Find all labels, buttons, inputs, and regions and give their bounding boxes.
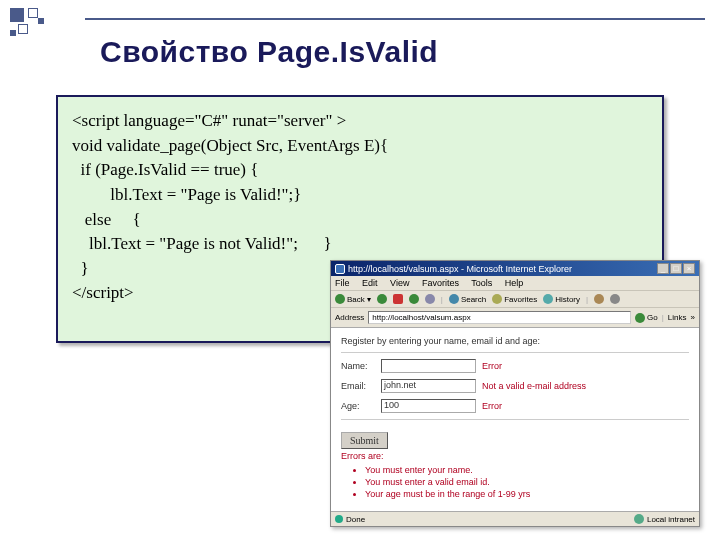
menu-help[interactable]: Help: [505, 278, 524, 288]
name-row: Name: Error: [341, 359, 689, 373]
back-button[interactable]: Back ▾: [335, 294, 371, 304]
print-icon: [610, 294, 620, 304]
age-label: Age:: [341, 401, 375, 411]
code-line: <script language="C#" runat="server" >: [72, 109, 648, 134]
stop-button[interactable]: [393, 294, 403, 304]
home-icon: [425, 294, 435, 304]
email-row: Email: john.net Not a valid e-mail addre…: [341, 379, 689, 393]
browser-menubar: File Edit View Favorites Tools Help: [331, 276, 699, 291]
slide-top-border: [85, 18, 705, 20]
age-row: Age: 100 Error: [341, 399, 689, 413]
submit-button[interactable]: Submit: [341, 432, 388, 449]
menu-view[interactable]: View: [390, 278, 409, 288]
refresh-icon: [409, 294, 419, 304]
name-label: Name:: [341, 361, 375, 371]
ie-icon: [335, 264, 345, 274]
print-button[interactable]: [610, 294, 620, 304]
code-line: lbl.Text = "Page is Valid!";}: [72, 183, 648, 208]
favorites-icon: [492, 294, 502, 304]
error-list: You must enter your name. You must enter…: [365, 465, 689, 499]
name-error: Error: [482, 361, 502, 371]
code-line: if (Page.IsValid == true) {: [72, 158, 648, 183]
name-input[interactable]: [381, 359, 476, 373]
links-button[interactable]: Links: [668, 313, 687, 322]
error-item: You must enter a valid email id.: [365, 477, 689, 487]
close-button[interactable]: ×: [683, 263, 695, 274]
browser-titlebar: http://localhost/valsum.aspx - Microsoft…: [331, 261, 699, 276]
errors-header: Errors are:: [341, 451, 689, 461]
browser-addressbar: Address http://localhost/valsum.aspx Go …: [331, 308, 699, 328]
browser-window: http://localhost/valsum.aspx - Microsoft…: [330, 260, 700, 527]
address-label: Address: [335, 313, 364, 322]
address-input[interactable]: http://localhost/valsum.aspx: [368, 311, 631, 324]
error-item: Your age must be in the range of 1-99 yr…: [365, 489, 689, 499]
email-input[interactable]: john.net: [381, 379, 476, 393]
error-item: You must enter your name.: [365, 465, 689, 475]
status-text: Done: [346, 515, 365, 524]
browser-toolbar: Back ▾ | Search Favorites History |: [331, 291, 699, 308]
minimize-button[interactable]: _: [657, 263, 669, 274]
page-title: Свойство Page.IsValid: [100, 35, 438, 69]
mail-icon: [594, 294, 604, 304]
age-input[interactable]: 100: [381, 399, 476, 413]
menu-favorites[interactable]: Favorites: [422, 278, 459, 288]
history-button[interactable]: History: [543, 294, 580, 304]
go-button[interactable]: Go: [635, 313, 658, 323]
email-label: Email:: [341, 381, 375, 391]
form-heading: Register by entering your name, email id…: [341, 336, 689, 346]
intranet-icon: [634, 514, 644, 524]
history-icon: [543, 294, 553, 304]
menu-tools[interactable]: Tools: [471, 278, 492, 288]
go-icon: [635, 313, 645, 323]
stop-icon: [393, 294, 403, 304]
code-line: void validate_page(Object Src, EventArgs…: [72, 134, 648, 159]
mail-button[interactable]: [594, 294, 604, 304]
back-arrow-icon: [335, 294, 345, 304]
forward-arrow-icon: [377, 294, 387, 304]
menu-edit[interactable]: Edit: [362, 278, 378, 288]
status-zone: Local intranet: [647, 515, 695, 524]
browser-title-text: http://localhost/valsum.aspx - Microsoft…: [348, 264, 572, 274]
search-button[interactable]: Search: [449, 294, 486, 304]
email-error: Not a valid e-mail address: [482, 381, 586, 391]
links-chevron-icon: »: [691, 313, 695, 322]
home-button[interactable]: [425, 294, 435, 304]
status-icon: [335, 515, 343, 523]
maximize-button[interactable]: □: [670, 263, 682, 274]
menu-file[interactable]: File: [335, 278, 350, 288]
code-line: else {: [72, 208, 648, 233]
page-content: Register by entering your name, email id…: [331, 328, 699, 511]
search-icon: [449, 294, 459, 304]
age-error: Error: [482, 401, 502, 411]
favorites-button[interactable]: Favorites: [492, 294, 537, 304]
browser-statusbar: Done Local intranet: [331, 511, 699, 526]
refresh-button[interactable]: [409, 294, 419, 304]
code-line: lbl.Text = "Page is not Valid!"; }: [72, 232, 648, 257]
forward-button[interactable]: [377, 294, 387, 304]
